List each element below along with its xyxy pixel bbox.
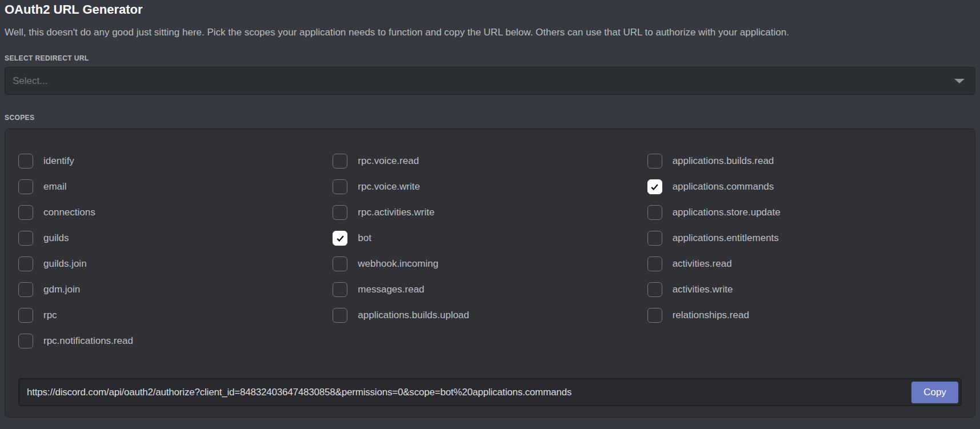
scope-label[interactable]: email: [43, 179, 67, 194]
scope-checkbox-applications.builds.upload[interactable]: [333, 308, 347, 323]
scope-checkbox-applications.entitlements[interactable]: [647, 231, 662, 246]
scope-checkbox-gdm.join[interactable]: [18, 282, 33, 297]
scope-row-activities.read[interactable]: activities.read: [647, 256, 732, 271]
scope-label[interactable]: guilds.join: [43, 256, 87, 271]
scope-label[interactable]: rpc.voice.write: [358, 179, 420, 194]
checkmark-icon: [650, 182, 659, 192]
scope-label[interactable]: rpc.voice.read: [358, 154, 419, 169]
scope-checkbox-activities.read[interactable]: [647, 256, 662, 271]
scopes-grid: identifyemailconnectionsguildsguilds.joi…: [18, 154, 962, 348]
scope-checkbox-rpc.voice.write[interactable]: [333, 179, 347, 194]
scope-checkbox-relationships.read[interactable]: [647, 308, 662, 323]
oauth2-url-generator-page: OAuth2 URL Generator Well, this doesn't …: [0, 0, 980, 418]
scope-checkbox-applications.builds.read[interactable]: [647, 154, 662, 169]
scope-row-rpc.notifications.read[interactable]: rpc.notifications.read: [18, 334, 133, 348]
scope-column-3: applications.builds.readapplications.com…: [647, 154, 962, 348]
scope-checkbox-identify[interactable]: [18, 154, 33, 169]
scope-label[interactable]: relationships.read: [673, 308, 749, 323]
scope-label[interactable]: bot: [358, 231, 371, 246]
scope-row-applications.entitlements[interactable]: applications.entitlements: [647, 231, 779, 246]
scope-label[interactable]: webhook.incoming: [358, 256, 438, 271]
copy-button[interactable]: Copy: [911, 382, 958, 403]
scope-row-messages.read[interactable]: messages.read: [333, 282, 424, 297]
scope-label[interactable]: rpc.notifications.read: [43, 334, 133, 348]
generated-url-text[interactable]: https://discord.com/api/oauth2/authorize…: [27, 387, 571, 398]
scope-row-rpc.voice.read[interactable]: rpc.voice.read: [333, 154, 419, 169]
scope-checkbox-connections[interactable]: [18, 205, 33, 220]
scope-row-activities.write[interactable]: activities.write: [647, 282, 733, 297]
scope-label[interactable]: applications.entitlements: [673, 231, 779, 246]
scope-label[interactable]: identify: [43, 154, 74, 169]
scope-checkbox-bot-checked[interactable]: [333, 231, 347, 246]
scope-checkbox-rpc.activities.write[interactable]: [333, 205, 347, 220]
scope-row-guilds.join[interactable]: guilds.join: [18, 256, 87, 271]
scope-row-email[interactable]: email: [18, 179, 67, 194]
scope-row-rpc[interactable]: rpc: [18, 308, 57, 323]
scope-checkbox-messages.read[interactable]: [333, 282, 347, 297]
scope-column-2: rpc.voice.readrpc.voice.writerpc.activit…: [333, 154, 647, 348]
scope-checkbox-applications.commands-checked[interactable]: [647, 179, 662, 194]
scope-label[interactable]: applications.builds.read: [673, 154, 774, 169]
scope-label[interactable]: guilds: [43, 231, 69, 246]
scope-label[interactable]: connections: [43, 205, 95, 220]
page-description: Well, this doesn't do any good just sitt…: [5, 26, 975, 38]
scope-row-applications.builds.upload[interactable]: applications.builds.upload: [333, 308, 469, 323]
scope-label[interactable]: activities.write: [673, 282, 733, 297]
scope-checkbox-webhook.incoming[interactable]: [333, 256, 347, 271]
scope-row-gdm.join[interactable]: gdm.join: [18, 282, 80, 297]
scope-checkbox-activities.write[interactable]: [647, 282, 662, 297]
scope-row-identify[interactable]: identify: [18, 154, 74, 169]
scope-label[interactable]: gdm.join: [43, 282, 80, 297]
scope-checkbox-rpc.notifications.read[interactable]: [18, 334, 33, 348]
checkmark-icon: [335, 234, 345, 243]
scope-checkbox-guilds[interactable]: [18, 231, 33, 246]
page-title: OAuth2 URL Generator: [5, 1, 975, 18]
scope-column-1: identifyemailconnectionsguildsguilds.joi…: [18, 154, 333, 348]
select-redirect-url-label: SELECT REDIRECT URL: [5, 54, 975, 62]
redirect-url-select-placeholder: Select...: [13, 75, 47, 87]
scope-checkbox-email[interactable]: [18, 179, 33, 194]
scope-label[interactable]: applications.store.update: [673, 205, 781, 220]
scope-checkbox-guilds.join[interactable]: [18, 256, 33, 271]
scope-checkbox-rpc.voice.read[interactable]: [333, 154, 347, 169]
scope-row-webhook.incoming[interactable]: webhook.incoming: [333, 256, 438, 271]
scope-label[interactable]: rpc.activities.write: [358, 205, 434, 220]
scope-label[interactable]: rpc: [43, 308, 57, 323]
scope-row-guilds[interactable]: guilds: [18, 231, 69, 246]
redirect-url-select[interactable]: Select...: [5, 67, 975, 95]
scope-row-bot[interactable]: bot: [333, 231, 371, 246]
scope-row-applications.store.update[interactable]: applications.store.update: [647, 205, 781, 220]
scope-checkbox-rpc[interactable]: [18, 308, 33, 323]
scope-label[interactable]: activities.read: [673, 256, 732, 271]
generated-url-bar: https://discord.com/api/oauth2/authorize…: [18, 378, 962, 406]
scope-label[interactable]: applications.builds.upload: [358, 308, 469, 323]
chevron-down-icon: [954, 79, 965, 83]
scope-label[interactable]: applications.commands: [673, 179, 774, 194]
scope-row-rpc.activities.write[interactable]: rpc.activities.write: [333, 205, 434, 220]
scope-checkbox-applications.store.update[interactable]: [647, 205, 662, 220]
scopes-label: SCOPES: [5, 114, 975, 122]
scope-row-rpc.voice.write[interactable]: rpc.voice.write: [333, 179, 420, 194]
scope-row-applications.commands[interactable]: applications.commands: [647, 179, 774, 194]
scope-row-connections[interactable]: connections: [18, 205, 95, 220]
scope-label[interactable]: messages.read: [358, 282, 424, 297]
scope-row-relationships.read[interactable]: relationships.read: [647, 308, 749, 323]
scopes-panel: identifyemailconnectionsguildsguilds.joi…: [5, 129, 975, 418]
scope-row-applications.builds.read[interactable]: applications.builds.read: [647, 154, 774, 169]
